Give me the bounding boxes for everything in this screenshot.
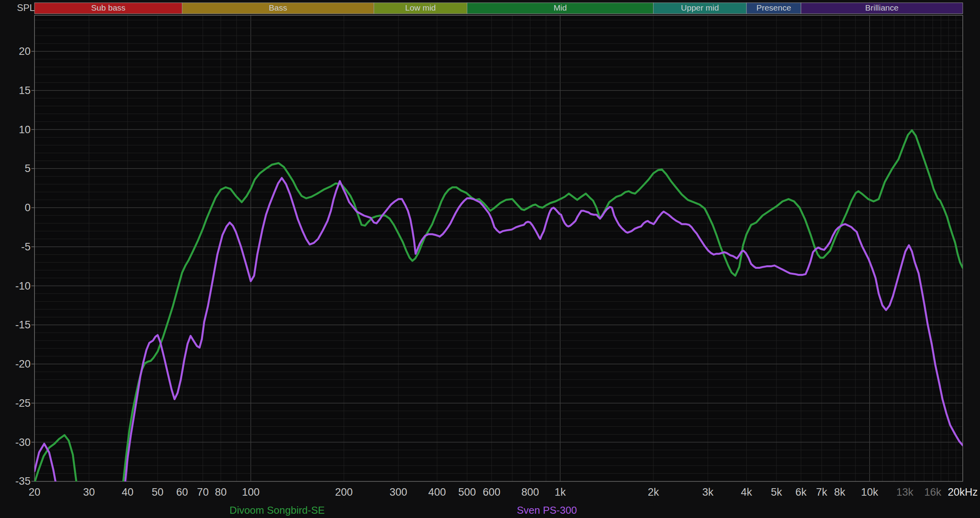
x-tick-label-5k: 5k xyxy=(771,486,782,498)
y-tick-label--35: -35 xyxy=(15,475,31,487)
band-label-presence: Presence xyxy=(756,3,791,12)
plot-background xyxy=(34,15,963,482)
y-tick-label--15: -15 xyxy=(15,319,31,331)
band-label-brilliance: Brilliance xyxy=(865,3,898,12)
y-tick-label--5: -5 xyxy=(21,241,31,253)
y-tick-label--20: -20 xyxy=(15,358,31,370)
x-tick-label-400: 400 xyxy=(428,486,446,498)
band-label-mid: Mid xyxy=(554,3,567,12)
band-label-sub-bass: Sub bass xyxy=(91,3,126,12)
y-tick-label--10: -10 xyxy=(15,280,31,292)
x-tick-label-500: 500 xyxy=(458,486,476,498)
x-tick-label-30: 30 xyxy=(83,486,95,498)
x-tick-label-800: 800 xyxy=(521,486,539,498)
y-tick-label-20: 20 xyxy=(19,45,31,57)
x-tick-label-40: 40 xyxy=(122,486,134,498)
x-tick-label-7k: 7k xyxy=(816,486,828,498)
x-tick-label-10k: 10k xyxy=(861,486,878,498)
x-tick-label-3k: 3k xyxy=(702,486,713,498)
x-tick-label-20: 20 xyxy=(29,486,40,498)
x-tick-label-16k: 16k xyxy=(924,486,942,498)
legend-entry-divoom-songbird-se: Divoom Songbird-SE xyxy=(230,504,325,516)
y-tick-label-10: 10 xyxy=(19,124,31,136)
legend-entry-sven-ps-300: Sven PS-300 xyxy=(517,504,577,516)
y-tick-label-15: 15 xyxy=(19,85,31,96)
chart-canvas: Sub bassBassLow midMidUpper midPresenceB… xyxy=(0,0,980,518)
x-tick-label-6k: 6k xyxy=(795,486,807,498)
x-tick-label-13k: 13k xyxy=(897,486,914,498)
spl-axis-title: SPL xyxy=(17,2,34,13)
x-tick-label-4k: 4k xyxy=(741,486,752,498)
frequency-band-ribbon: Sub bassBassLow midMidUpper midPresenceB… xyxy=(34,3,963,14)
x-tick-label-50: 50 xyxy=(152,486,163,498)
y-tick-label-5: 5 xyxy=(25,163,31,174)
x-tick-label-600: 600 xyxy=(483,486,500,498)
y-tick-label-0: 0 xyxy=(25,202,31,214)
x-tick-label-80: 80 xyxy=(215,486,227,498)
x-tick-label-100: 100 xyxy=(242,486,260,498)
x-tick-label-2k: 2k xyxy=(648,486,659,498)
x-tick-label-300: 300 xyxy=(390,486,407,498)
y-tick-label--30: -30 xyxy=(15,436,31,448)
x-tick-label-200: 200 xyxy=(335,486,353,498)
x-tick-label-20khz: 20kHz xyxy=(948,486,978,498)
plot-area xyxy=(34,15,963,482)
frequency-response-chart: Sub bassBassLow midMidUpper midPresenceB… xyxy=(0,0,980,518)
y-tick-label--25: -25 xyxy=(15,397,31,409)
x-tick-label-60: 60 xyxy=(176,486,188,498)
band-label-bass: Bass xyxy=(269,3,287,12)
band-label-low-mid: Low mid xyxy=(405,3,436,12)
x-tick-label-1k: 1k xyxy=(555,486,566,498)
band-label-upper-mid: Upper mid xyxy=(681,3,719,12)
x-tick-label-70: 70 xyxy=(197,486,209,498)
x-tick-label-8k: 8k xyxy=(834,486,846,498)
